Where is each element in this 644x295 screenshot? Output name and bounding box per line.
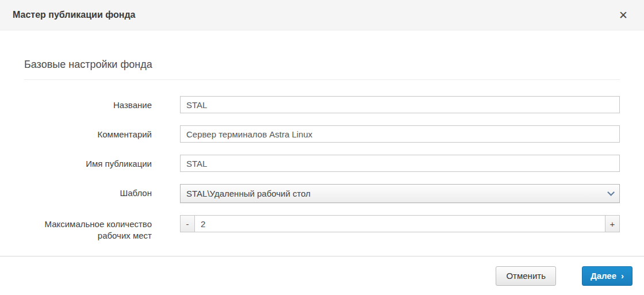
max-workplaces-control-wrap: - + [180,215,620,232]
max-workplaces-label: Максимальное количество рабочих мест [24,215,152,242]
section-title: Базовые настройки фонда [24,59,620,71]
dialog-body: Базовые настройки фонда Название Коммент… [0,30,644,256]
name-control-wrap [180,96,620,113]
comment-label: Комментарий [24,125,152,140]
close-icon[interactable]: ✕ [615,7,631,23]
fund-publication-wizard-dialog: Мастер публикации фонда ✕ Базовые настро… [0,0,644,295]
name-label: Название [24,96,152,111]
max-workplaces-input[interactable] [195,215,605,232]
comment-input[interactable] [180,125,620,143]
dialog-title: Мастер публикации фонда [13,10,135,20]
chevron-right-icon: › [621,271,624,280]
template-control-wrap: STAL\Удаленный рабочий стол [180,184,620,203]
next-button-label: Далее [591,271,616,281]
template-select[interactable]: STAL\Удаленный рабочий стол [180,184,620,203]
form-row-publication-name: Имя публикации [24,155,620,172]
chevron-down-icon [607,189,615,196]
form-row-template: Шаблон STAL\Удаленный рабочий стол [24,184,620,203]
form-row-max-workplaces: Максимальное количество рабочих мест - + [24,215,620,242]
publication-name-input[interactable] [180,155,620,172]
max-workplaces-stepper: - + [180,215,620,232]
comment-control-wrap [180,125,620,143]
template-label: Шаблон [24,184,152,199]
publication-name-label: Имя публикации [24,155,152,170]
cancel-button[interactable]: Отменить [496,266,556,286]
stepper-decrement-button[interactable]: - [180,215,195,232]
name-input[interactable] [180,96,620,113]
form-row-name: Название [24,96,620,113]
template-selected-value: STAL\Удаленный рабочий стол [186,189,310,198]
publication-name-control-wrap [180,155,620,172]
stepper-increment-button[interactable]: + [605,215,620,232]
next-button[interactable]: Далее › [582,266,632,286]
form-row-comment: Комментарий [24,125,620,143]
section-divider [24,79,620,80]
dialog-footer: Отменить Далее › [0,256,644,295]
dialog-header: Мастер публикации фонда ✕ [0,0,644,30]
